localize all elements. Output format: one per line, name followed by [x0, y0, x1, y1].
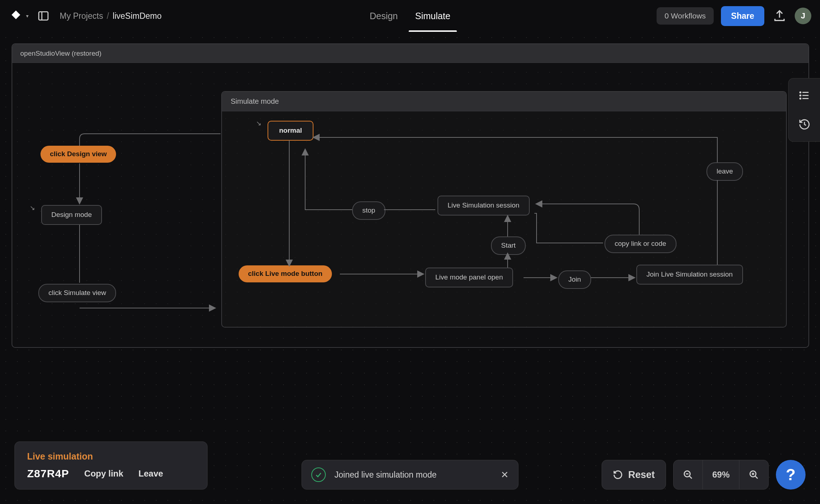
node-leave[interactable]: leave	[706, 162, 743, 181]
mode-tabs: Design Simulate	[370, 0, 450, 32]
svg-line-12	[755, 476, 758, 479]
zoom-in-button[interactable]	[739, 460, 768, 489]
node-live-simulation-session[interactable]: Live Simulation session	[437, 196, 530, 215]
panel-toggle-button[interactable]	[36, 8, 51, 24]
zoom-value[interactable]: 69%	[702, 460, 739, 489]
tab-simulate[interactable]: Simulate	[415, 0, 450, 32]
help-button[interactable]: ?	[776, 460, 806, 490]
breadcrumb-root[interactable]: My Projects	[60, 11, 103, 21]
svg-rect-0	[39, 12, 48, 20]
user-avatar[interactable]: J	[795, 8, 811, 24]
workflows-pill[interactable]: 0 Workflows	[657, 7, 714, 25]
zoom-in-icon	[749, 470, 759, 480]
toast: Joined live simulation mode ✕	[302, 460, 518, 490]
toast-close-icon[interactable]: ✕	[501, 469, 509, 480]
initial-marker-icon-inner: ↘	[256, 119, 261, 127]
breadcrumb: My Projects / liveSimDemo	[60, 11, 162, 21]
state-openstudioview[interactable]: openStudioView (restored) ↘ click Design…	[12, 43, 809, 348]
live-simulation-panel: Live simulation Z87R4P Copy link Leave	[14, 441, 208, 490]
check-icon	[311, 467, 326, 482]
node-click-simulate-view[interactable]: click Simulate view	[38, 284, 116, 302]
state-openstudioview-header: openStudioView (restored)	[12, 44, 808, 63]
svg-point-7	[800, 98, 801, 99]
svg-point-6	[800, 95, 801, 96]
leave-button[interactable]: Leave	[138, 469, 163, 479]
reset-icon	[613, 470, 623, 480]
node-click-live-mode-button[interactable]: click Live mode button	[239, 265, 332, 282]
list-icon[interactable]	[798, 89, 811, 102]
node-start[interactable]: Start	[491, 236, 526, 255]
reset-label: Reset	[628, 469, 655, 480]
node-live-mode-panel-open[interactable]: Live mode panel open	[425, 268, 513, 287]
breadcrumb-current[interactable]: liveSimDemo	[113, 11, 162, 21]
svg-point-5	[800, 92, 801, 93]
app-logo[interactable]	[9, 9, 23, 23]
canvas[interactable]: openStudioView (restored) ↘ click Design…	[0, 32, 820, 504]
history-icon[interactable]	[798, 118, 811, 131]
svg-line-9	[689, 476, 692, 479]
live-panel-title: Live simulation	[27, 451, 195, 462]
tab-design[interactable]: Design	[370, 0, 398, 32]
breadcrumb-separator: /	[107, 11, 109, 21]
node-normal[interactable]: normal	[268, 121, 313, 141]
logo-dropdown-caret[interactable]: ▾	[26, 13, 29, 19]
export-button[interactable]	[772, 8, 787, 24]
node-design-mode[interactable]: Design mode	[41, 205, 102, 225]
node-click-design-view[interactable]: click Design view	[40, 146, 116, 163]
live-session-code: Z87R4P	[27, 467, 69, 480]
node-join[interactable]: Join	[558, 270, 591, 289]
node-stop[interactable]: stop	[352, 201, 385, 220]
toast-message: Joined live simulation mode	[334, 470, 492, 480]
zoom-out-button[interactable]	[674, 460, 702, 489]
bottom-right-controls: Reset 69% ?	[602, 460, 806, 490]
reset-button[interactable]: Reset	[602, 460, 666, 490]
zoom-controls: 69%	[673, 460, 769, 490]
top-bar: ▾ My Projects / liveSimDemo Design Simul…	[0, 0, 820, 32]
initial-marker-icon: ↘	[30, 204, 35, 212]
state-simulate-mode-header: Simulate mode	[222, 92, 786, 111]
right-side-rail	[788, 78, 820, 142]
node-join-live-simulation-session[interactable]: Join Live Simulation session	[636, 265, 743, 285]
copy-link-button[interactable]: Copy link	[84, 469, 123, 479]
node-copy-link-or-code[interactable]: copy link or code	[605, 235, 676, 253]
state-simulate-mode[interactable]: Simulate mode ↘ normal stop Live Simulat…	[221, 91, 787, 328]
zoom-out-icon	[683, 470, 693, 480]
share-button[interactable]: Share	[721, 6, 764, 26]
